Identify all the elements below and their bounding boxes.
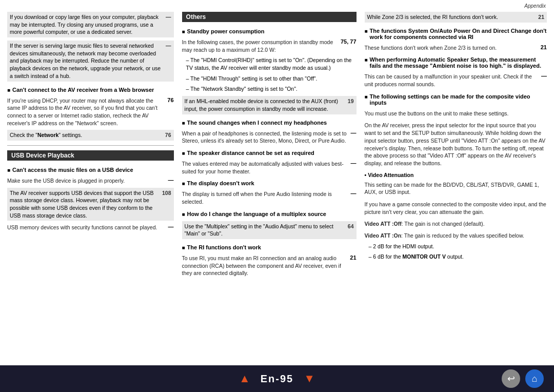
ri-ref: 21 <box>350 254 356 261</box>
network-check-row: Check the "Network" settings. 76 <box>7 130 174 141</box>
download-note-1: If you download or copy large files on y… <box>7 12 174 37</box>
functions-text: These functions don't work when Zone 2/3… <box>365 44 497 52</box>
back-button[interactable]: ↩ <box>502 369 520 388</box>
download-note-2-ref: — <box>166 42 171 50</box>
video-atten-text: This setting can be made for the BD/DVD,… <box>365 181 547 196</box>
speaker-dist-header: The speaker distance cannot be set as re… <box>182 150 357 156</box>
following-header: The following settings can be made for t… <box>365 93 547 106</box>
multiplex-ref: 64 <box>348 223 354 230</box>
display-header: The display doesn't work <box>182 180 357 186</box>
speaker-dist-ref: — <box>351 160 357 166</box>
cant-access-block-2: The AV receiver supports USB devices tha… <box>7 188 174 221</box>
display-block: The display is turned off when the Pure … <box>182 190 357 205</box>
network-check-text: Check the "Network" settings. <box>10 131 82 139</box>
standby-item-3: – The "Network Standby" setting is set t… <box>182 85 357 93</box>
standby-text: In the following cases, the power consum… <box>182 38 339 53</box>
download-note-1-ref: — <box>166 13 171 21</box>
page-container: Appendix If you download or copy large f… <box>0 0 554 392</box>
standby-item-2: – The "HDMI Through" setting is set to o… <box>182 75 357 83</box>
video-att-on: Video ATT :On: The gain is reduced by th… <box>365 232 547 240</box>
zone-text: While Zone 2/3 is selected, the RI funct… <box>367 13 498 21</box>
zone-ref: 21 <box>538 13 544 21</box>
cant-connect-header: Can't connect to the AV receiver from a … <box>7 87 174 93</box>
video-att-item-2: – 6 dB for the MONITOR OUT V output. <box>365 253 547 261</box>
following-text-1: You must use the buttons on the unit to … <box>365 110 547 117</box>
cant-access-ref-1: — <box>168 177 174 183</box>
home-button[interactable]: ⌂ <box>525 369 544 388</box>
video-atten-text-2: If you have a game console connected to … <box>365 201 547 215</box>
video-att-item-1: – 2 dB for the HDMI output. <box>365 243 547 250</box>
main-content: If you download or copy large files on y… <box>0 10 554 365</box>
cant-access-text-3: USB memory devices with security functio… <box>7 224 157 231</box>
video-att-off: Video ATT :Off: The gain is not changed … <box>365 220 547 228</box>
speaker-setup-text: This can be caused by a malfunction in y… <box>365 73 539 88</box>
speaker-dist-text: The values entered may be automatically … <box>182 160 349 175</box>
mhl-block: If an MHL-enabled mobile device is conne… <box>182 96 357 114</box>
standby-header: Standby power consumption <box>182 28 357 34</box>
multiplex-header: How do I change the language of a multip… <box>182 211 357 217</box>
bottom-nav-bar: ▲ En-95 ▼ ↩ ⌂ <box>0 365 554 392</box>
mhl-ref: 19 <box>348 97 354 105</box>
cant-access-text-1: Make sure the USB device is plugged in p… <box>7 177 125 185</box>
multiplex-text: Use the "Multiplex" setting in the "Audi… <box>185 223 345 238</box>
download-note-2-text: If the server is serving large music fil… <box>10 42 163 80</box>
appendix-label: Appendix <box>0 0 554 10</box>
cant-access-header: Can't access the music files on a USB de… <box>7 167 174 173</box>
functions-header: The functions System On/Auto Power On an… <box>365 28 547 40</box>
mid-column: Others Standby power consumption In the … <box>180 10 359 365</box>
page-number: En-95 <box>261 373 293 385</box>
display-ref: — <box>351 190 357 197</box>
cant-connect-ref: 76 <box>167 97 173 103</box>
sound-changes-block: When a pair of headphones is connected, … <box>182 130 357 145</box>
sound-changes-ref: — <box>351 130 357 136</box>
following-text-2: On the AV receiver, press the input sele… <box>365 122 547 167</box>
mhl-text: If an MHL-enabled mobile device is conne… <box>185 97 345 112</box>
cant-access-ref-2: 108 <box>162 189 171 197</box>
multiplex-block: Use the "Multiplex" setting in the "Audi… <box>182 221 357 239</box>
left-column: If you download or copy large files on y… <box>5 10 176 365</box>
bottom-right-icons: ↩ ⌂ <box>502 369 544 388</box>
cant-access-block-3: USB memory devices with security functio… <box>7 224 174 231</box>
ri-block: To use RI, you must make an RI connectio… <box>182 254 357 277</box>
download-note-1-text: If you download or copy large files on y… <box>10 13 163 36</box>
prev-arrow[interactable]: ▲ <box>239 372 250 385</box>
functions-ref: 21 <box>541 44 547 50</box>
divider-1 <box>7 145 174 146</box>
speaker-dist-block: The values entered may be automatically … <box>182 160 357 175</box>
cant-connect-block: If you're using DHCP, your router may no… <box>7 97 174 127</box>
cant-access-block-1: Make sure the USB device is plugged in p… <box>7 177 174 185</box>
cant-access-text-2: The AV receiver supports USB devices tha… <box>10 189 159 220</box>
functions-block: These functions don't work when Zone 2/3… <box>365 44 547 52</box>
zone-note: While Zone 2/3 is selected, the RI funct… <box>365 12 547 23</box>
ri-header: The RI functions don't work <box>182 244 357 250</box>
display-text: The display is turned off when the Pure … <box>182 190 349 205</box>
speaker-setup-ref: — <box>541 73 547 79</box>
usb-section-header: USB Device Playback <box>7 150 174 161</box>
download-note-2: If the server is serving large music fil… <box>7 41 174 81</box>
network-check-ref: 76 <box>165 131 171 139</box>
video-atten-label: • Video Attenuation <box>365 172 547 178</box>
others-section-header: Others <box>182 12 357 22</box>
standby-ref: 75, 77 <box>341 38 357 45</box>
right-column: While Zone 2/3 is selected, the RI funct… <box>363 10 549 365</box>
cant-access-ref-3: — <box>168 224 174 230</box>
sound-changes-text: When a pair of headphones is connected, … <box>182 130 349 145</box>
cant-connect-text: If you're using DHCP, your router may no… <box>7 97 165 127</box>
standby-item-1: – The "HDMI Control(RIHD)" setting is se… <box>182 56 357 71</box>
standby-block: In the following cases, the power consum… <box>182 38 357 53</box>
speaker-setup-header: When performing Automatic Speaker Setup,… <box>365 56 547 69</box>
ri-text: To use RI, you must make an RI connectio… <box>182 254 348 277</box>
speaker-setup-block: This can be caused by a malfunction in y… <box>365 73 547 88</box>
next-arrow[interactable]: ▼ <box>304 372 315 385</box>
sound-changes-header: The sound changes when I connect my head… <box>182 120 357 126</box>
